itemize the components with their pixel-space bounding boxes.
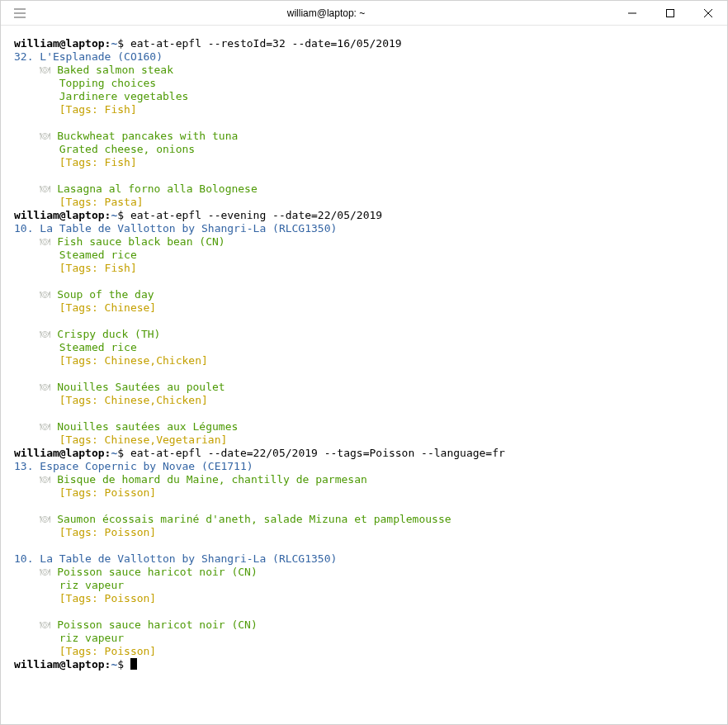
- menu-tags: [Tags: Chinese,Chicken]: [14, 394, 714, 407]
- menu-tags: [Tags: Fish]: [14, 156, 714, 169]
- prompt-userhost: william@laptop: [14, 209, 105, 221]
- prompt-userhost: william@laptop: [14, 37, 105, 50]
- window-title: william@laptop: ~: [39, 7, 613, 20]
- menu-item-line: 🍽 Baked salmon steak: [14, 64, 714, 77]
- plate-icon: 🍽: [40, 381, 57, 393]
- svg-rect-4: [667, 9, 674, 17]
- menu-tags: [Tags: Chinese,Chicken]: [14, 354, 714, 367]
- prompt-symbol: $: [117, 658, 130, 671]
- menu-item-line: 🍽 Fish sauce black bean (CN): [14, 235, 714, 249]
- plate-icon: 🍽: [40, 64, 57, 76]
- titlebar: william@laptop: ~: [1, 1, 727, 26]
- close-button[interactable]: [689, 1, 727, 26]
- menu-subline: riz vapeur: [14, 579, 714, 592]
- plate-icon: 🍽: [40, 566, 57, 578]
- prompt-symbol: $: [117, 209, 130, 221]
- plate-icon: 🍽: [40, 513, 57, 525]
- blank-line: [14, 367, 714, 381]
- menu-subline: Steamed rice: [14, 341, 714, 354]
- command-text: eat-at-epfl --date=22/05/2019 --tags=Poi…: [130, 447, 505, 459]
- plate-icon: 🍽: [40, 235, 57, 248]
- menu-item-line: 🍽 Lasagna al forno alla Bolognese: [14, 182, 714, 196]
- blank-line: [14, 539, 714, 552]
- minimize-button[interactable]: [613, 1, 651, 26]
- menu-item-line: 🍽 Nouilles sautées aux Légumes: [14, 420, 714, 434]
- menu-item-line: 🍽 Saumon écossais mariné d'aneth, salade…: [14, 513, 714, 526]
- menu-tags: [Tags: Pasta]: [14, 196, 714, 209]
- cursor: [130, 658, 137, 670]
- blank-line: [14, 116, 714, 130]
- menu-icon[interactable]: [1, 1, 39, 26]
- menu-subline: Topping choices: [14, 77, 714, 90]
- window-buttons: [613, 1, 727, 26]
- menu-item-line: 🍽 Poisson sauce haricot noir (CN): [14, 566, 714, 579]
- menu-tags: [Tags: Fish]: [14, 262, 714, 275]
- menu-subline: Grated cheese, onions: [14, 143, 714, 156]
- prompt-symbol: $: [117, 37, 130, 50]
- prompt-line: william@laptop:~$ eat-at-epfl --date=22/…: [14, 447, 714, 460]
- blank-line: [14, 407, 714, 420]
- menu-tags: [Tags: Chinese,Vegetarian]: [14, 434, 714, 447]
- restaurant-header: 32. L'Esplanade (CO160): [14, 50, 714, 64]
- plate-icon: 🍽: [40, 182, 57, 195]
- restaurant-header: 10. La Table de Vallotton by Shangri-La …: [14, 552, 714, 566]
- menu-subline: Steamed rice: [14, 249, 714, 262]
- menu-item-line: 🍽 Soup of the day: [14, 288, 714, 301]
- menu-item-line: 🍽 Nouilles Sautées au poulet: [14, 381, 714, 394]
- menu-item-line: 🍽 Poisson sauce haricot noir (CN): [14, 618, 714, 632]
- plate-icon: 🍽: [40, 328, 57, 340]
- plate-icon: 🍽: [40, 473, 57, 486]
- prompt-userhost: william@laptop: [14, 658, 105, 671]
- terminal-output[interactable]: william@laptop:~$ eat-at-epfl --restoId=…: [1, 26, 727, 685]
- blank-line: [14, 500, 714, 513]
- menu-tags: [Tags: Fish]: [14, 103, 714, 116]
- menu-tags: [Tags: Chinese]: [14, 301, 714, 315]
- menu-subline: riz vapeur: [14, 632, 714, 645]
- blank-line: [14, 169, 714, 182]
- prompt-userhost: william@laptop: [14, 447, 105, 459]
- blank-line: [14, 275, 714, 288]
- menu-tags: [Tags: Poisson]: [14, 526, 714, 539]
- menu-item-line: 🍽 Crispy duck (TH): [14, 328, 714, 341]
- blank-line: [14, 315, 714, 328]
- menu-item-line: 🍽 Buckwheat pancakes with tuna: [14, 130, 714, 143]
- prompt-line: william@laptop:~$ eat-at-epfl --evening …: [14, 209, 714, 222]
- prompt-line: william@laptop:~$: [14, 658, 714, 671]
- restaurant-header: 10. La Table de Vallotton by Shangri-La …: [14, 222, 714, 235]
- command-text: eat-at-epfl --restoId=32 --date=16/05/20…: [130, 37, 402, 50]
- prompt-symbol: $: [117, 447, 130, 459]
- plate-icon: 🍽: [40, 618, 57, 631]
- maximize-button[interactable]: [651, 1, 689, 26]
- menu-item-line: 🍽 Bisque de homard du Maine, chantilly d…: [14, 473, 714, 486]
- menu-tags: [Tags: Poisson]: [14, 645, 714, 658]
- menu-tags: [Tags: Poisson]: [14, 486, 714, 500]
- command-text: eat-at-epfl --evening --date=22/05/2019: [130, 209, 382, 221]
- prompt-line: william@laptop:~$ eat-at-epfl --restoId=…: [14, 37, 714, 50]
- restaurant-header: 13. Espace Copernic by Novae (CE1711): [14, 460, 714, 473]
- menu-tags: [Tags: Poisson]: [14, 592, 714, 605]
- plate-icon: 🍽: [40, 288, 57, 301]
- plate-icon: 🍽: [40, 420, 57, 433]
- plate-icon: 🍽: [40, 130, 57, 142]
- blank-line: [14, 605, 714, 618]
- menu-subline: Jardinere vegetables: [14, 90, 714, 103]
